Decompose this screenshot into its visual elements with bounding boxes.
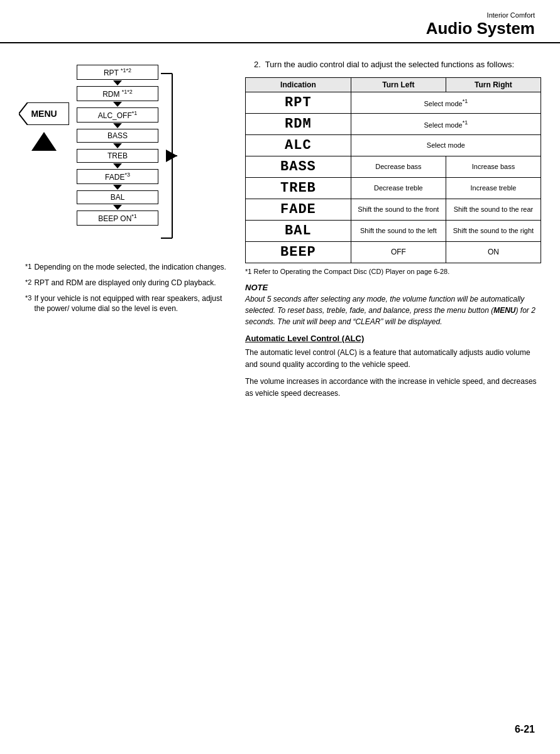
main-content: MENU RPT *1*2 RDM *1*2 xyxy=(0,43,560,413)
header-title: Audio System xyxy=(25,19,535,38)
menu-diagram: MENU RPT *1*2 RDM *1*2 xyxy=(19,65,233,247)
table-footnote: *1 Refer to Operating the Compact Disc (… xyxy=(245,267,541,276)
table-header-row: Indication Turn Left Turn Right xyxy=(246,77,541,92)
indication-bass: BASS xyxy=(246,156,351,177)
col-turn-right: Turn Right xyxy=(446,77,541,92)
svg-text:MENU: MENU xyxy=(31,109,57,119)
step-text: 2. Turn the audio control dial to adjust… xyxy=(254,58,541,71)
menu-item-alc: ALC_OFF*1 xyxy=(77,107,158,129)
down-arrow-icon xyxy=(113,205,122,210)
treb-left: Decrease treble xyxy=(351,177,446,199)
mode-alc: Select mode xyxy=(351,134,541,156)
menu-item-rpt: RPT *1*2 xyxy=(77,65,158,86)
bal-left: Shift the sound to the left xyxy=(351,220,446,241)
indication-alc: ALC xyxy=(246,134,351,156)
indication-rpt: RPT xyxy=(246,92,351,113)
bass-left: Decrease bass xyxy=(351,156,446,177)
menu-item-treb: TREB xyxy=(77,149,158,169)
bal-right: Shift the sound to the right xyxy=(446,220,541,241)
table-row-rdm: RDM Select mode*1 xyxy=(246,113,541,134)
alc-title: Automatic Level Control (ALC) xyxy=(245,334,541,343)
table-row-treb: TREB Decrease treble Increase treble xyxy=(246,177,541,199)
right-column: 2. Turn the audio control dial to adjust… xyxy=(245,58,541,400)
table-row-fade: FADE Shift the sound to the front Shift … xyxy=(246,199,541,220)
treb-right: Increase treble xyxy=(446,177,541,199)
indication-rdm: RDM xyxy=(246,113,351,134)
down-arrow-icon xyxy=(113,123,122,128)
alc-body1: The automatic level control (ALC) is a f… xyxy=(245,347,541,371)
up-arrow-icon xyxy=(31,132,57,151)
page-number: 6-21 xyxy=(515,724,535,735)
col-turn-left: Turn Left xyxy=(351,77,446,92)
menu-item-beep: BEEP ON*1 xyxy=(77,210,158,226)
table-row-alc: ALC Select mode xyxy=(246,134,541,156)
col-indication: Indication xyxy=(246,77,351,92)
bracket-svg xyxy=(160,65,178,247)
alc-section: Automatic Level Control (ALC) The automa… xyxy=(245,334,541,400)
menu-left-panel: MENU xyxy=(19,102,69,151)
indication-beep: BEEP xyxy=(246,241,351,263)
menu-item-bal: BAL xyxy=(77,190,158,210)
note-body: About 5 seconds after selecting any mode… xyxy=(245,293,541,327)
table-row-bass: BASS Decrease bass Increase bass xyxy=(246,156,541,177)
footnote-3: *3 If your vehicle is not equipped with … xyxy=(25,293,233,315)
step-number: 2. xyxy=(254,60,263,69)
header-subtitle: Interior Comfort xyxy=(25,11,535,19)
fade-left: Shift the sound to the front xyxy=(351,199,446,220)
mode-rdm: Select mode*1 xyxy=(351,113,541,134)
menu-item-fade: FADE*3 xyxy=(77,169,158,190)
menu-item-bass: BASS xyxy=(77,129,158,149)
beep-right: ON xyxy=(446,241,541,263)
fade-right: Shift the sound to the rear xyxy=(446,199,541,220)
beep-left: OFF xyxy=(351,241,446,263)
footnotes-section: *1 Depending on the mode selected, the i… xyxy=(25,262,233,314)
bracket-panel xyxy=(160,65,178,247)
down-arrow-icon xyxy=(113,80,122,85)
table-row-rpt: RPT Select mode*1 xyxy=(246,92,541,113)
footnote-2: *2 RPT and RDM are displayed only during… xyxy=(25,278,233,288)
menu-bold-text: MENU xyxy=(493,306,515,315)
menu-items-stack: RPT *1*2 RDM *1*2 ALC_OFF*1 BASS xyxy=(77,65,158,226)
audio-settings-table: Indication Turn Left Turn Right RPT Sele… xyxy=(245,77,541,263)
alc-body2: The volume increases in accordance with … xyxy=(245,376,541,400)
footnote-1: *1 Depending on the mode selected, the i… xyxy=(25,262,233,273)
note-block: NOTE About 5 seconds after selecting any… xyxy=(245,283,541,327)
svg-marker-2 xyxy=(31,132,57,151)
mode-rpt: Select mode*1 xyxy=(351,92,541,113)
left-column: MENU RPT *1*2 RDM *1*2 xyxy=(19,58,233,400)
bass-right: Increase bass xyxy=(446,156,541,177)
menu-item-rdm: RDM *1*2 xyxy=(77,86,158,107)
indication-bal: BAL xyxy=(246,220,351,241)
note-title: NOTE xyxy=(245,283,541,292)
table-row-beep: BEEP OFF ON xyxy=(246,241,541,263)
down-arrow-icon xyxy=(113,163,122,168)
indication-treb: TREB xyxy=(246,177,351,199)
page-header: Interior Comfort Audio System xyxy=(0,0,560,43)
down-arrow-icon xyxy=(113,102,122,107)
down-arrow-icon xyxy=(113,185,122,190)
table-row-bal: BAL Shift the sound to the left Shift th… xyxy=(246,220,541,241)
down-arrow-icon xyxy=(113,143,122,148)
menu-box-svg: MENU xyxy=(19,102,69,125)
indication-fade: FADE xyxy=(246,199,351,220)
